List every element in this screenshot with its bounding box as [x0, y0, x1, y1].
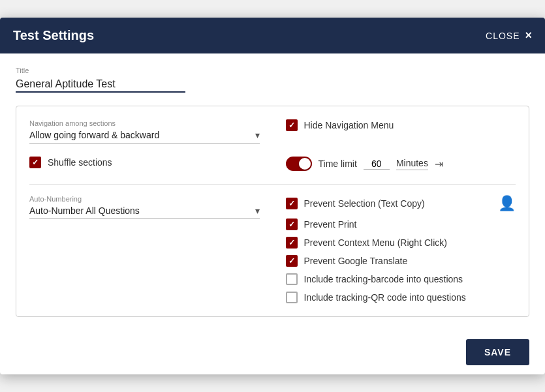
divider	[29, 184, 516, 185]
shuffle-label: Shuffle sections	[48, 157, 112, 168]
checklist-label-5: Include tracking-QR code into questions	[304, 292, 466, 303]
checklist-checkbox-0[interactable]: ✓	[286, 198, 298, 209]
checklist-checkbox-1[interactable]: ✓	[286, 219, 298, 230]
modal-container: Test Settings CLOSE × Title Navigation a…	[0, 18, 545, 374]
checklist-checkbox-5[interactable]	[286, 292, 298, 303]
toggle-knob	[299, 158, 311, 170]
checklist-checkmark-0: ✓	[288, 199, 295, 208]
title-section: Title	[16, 67, 529, 93]
ghost-icon: 👤	[498, 195, 516, 212]
navigation-col: Navigation among sections Allow going fo…	[29, 119, 260, 143]
checklist-label-2: Prevent Context Menu (Right Click)	[304, 237, 447, 248]
close-label: CLOSE	[486, 31, 520, 41]
row-navigation: Navigation among sections Allow going fo…	[29, 119, 516, 143]
autonumber-col: Auto-Numbering Auto-Number All Questions…	[29, 195, 260, 219]
autonumber-label: Auto-Numbering	[29, 195, 260, 203]
checklist-label-3: Prevent Google Translate	[304, 256, 408, 266]
checklist-label-0: Prevent Selection (Text Copy)	[304, 198, 425, 209]
shuffle-col: ✓ Shuffle sections	[29, 157, 260, 171]
row-autonumber-checklist: Auto-Numbering Auto-Number All Questions…	[29, 195, 516, 303]
time-limit-toggle[interactable]	[286, 157, 312, 171]
checklist-checkmark-2: ✓	[288, 238, 295, 247]
close-button[interactable]: CLOSE ×	[486, 29, 532, 42]
row-shuffle-time: ✓ Shuffle sections Time limit Minutes ⇥	[29, 157, 516, 171]
autonumber-value: Auto-Number All Questions	[29, 205, 255, 216]
time-unit: Minutes	[396, 158, 428, 170]
title-label: Title	[16, 67, 529, 74]
checklist-label-4: Include tracking-barcode into questions	[304, 274, 463, 284]
navigation-value: Allow going forward & backward	[29, 130, 255, 140]
navigation-select[interactable]: Allow going forward & backward ▾	[29, 130, 260, 143]
modal-title: Test Settings	[13, 28, 94, 43]
hide-navigation-checkmark: ✓	[288, 121, 295, 130]
shuffle-checkmark: ✓	[32, 158, 39, 167]
autonumber-arrow: ▾	[255, 205, 260, 216]
navigation-label: Navigation among sections	[29, 119, 260, 127]
hide-navigation-label: Hide Navigation Menu	[304, 120, 394, 130]
checklist-checkbox-3[interactable]: ✓	[286, 255, 298, 267]
shuffle-row: ✓ Shuffle sections	[29, 157, 260, 168]
time-limit-row: Time limit Minutes ⇥	[286, 157, 516, 171]
navigation-select-group: Navigation among sections Allow going fo…	[29, 119, 260, 143]
hide-nav-col: ✓ Hide Navigation Menu	[286, 119, 516, 143]
checklist-item-5: Include tracking-QR code into questions	[286, 292, 516, 303]
time-icon[interactable]: ⇥	[435, 158, 443, 170]
hide-navigation-checkbox[interactable]: ✓	[286, 119, 298, 131]
time-limit-label: Time limit	[319, 158, 357, 169]
time-limit-col: Time limit Minutes ⇥	[286, 157, 516, 171]
navigation-arrow: ▾	[255, 130, 260, 140]
checklist-section: ✓ Prevent Selection (Text Copy) 👤 ✓ Prev…	[286, 195, 516, 303]
time-limit-input[interactable]	[364, 158, 390, 170]
shuffle-checkbox[interactable]: ✓	[29, 157, 41, 168]
checklist-col: ✓ Prevent Selection (Text Copy) 👤 ✓ Prev…	[286, 195, 516, 303]
checklist-checkbox-2[interactable]: ✓	[286, 237, 298, 249]
title-input[interactable]	[16, 77, 185, 93]
checklist-checkbox-4[interactable]	[286, 273, 298, 285]
checklist-checkmark-3: ✓	[288, 256, 295, 265]
save-button[interactable]: SAVE	[466, 339, 529, 365]
checklist-item-0: ✓ Prevent Selection (Text Copy) 👤	[286, 195, 516, 212]
modal-header: Test Settings CLOSE ×	[0, 18, 545, 53]
settings-card: Navigation among sections Allow going fo…	[16, 106, 529, 317]
checklist-row-0: ✓ Prevent Selection (Text Copy)	[286, 198, 425, 209]
checklist-label-1: Prevent Print	[304, 219, 357, 230]
checklist-item-2: ✓ Prevent Context Menu (Right Click)	[286, 237, 516, 249]
checklist-item-4: Include tracking-barcode into questions	[286, 273, 516, 285]
checklist-item-1: ✓ Prevent Print	[286, 219, 516, 230]
checklist-checkmark-1: ✓	[288, 220, 295, 229]
autonumber-select-group: Auto-Numbering Auto-Number All Questions…	[29, 195, 260, 219]
close-icon: ×	[525, 29, 532, 42]
modal-footer: SAVE	[0, 330, 545, 374]
checklist-item-3: ✓ Prevent Google Translate	[286, 255, 516, 267]
hide-navigation-row: ✓ Hide Navigation Menu	[286, 119, 516, 131]
autonumber-select[interactable]: Auto-Number All Questions ▾	[29, 205, 260, 219]
modal-body: Title Navigation among sections Allow go…	[0, 53, 545, 330]
